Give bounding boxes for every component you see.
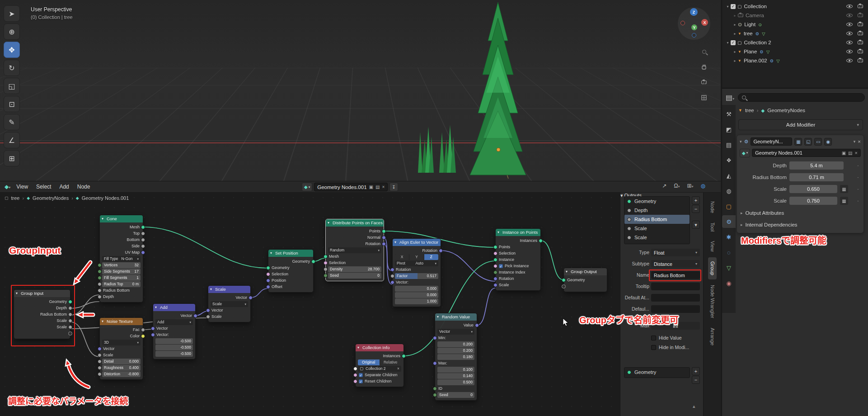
pan-hand-icon[interactable]: [699, 61, 709, 72]
outliner-row-tree[interactable]: ▸▼tree⚙▽: [722, 29, 868, 38]
remove-input-button[interactable]: −: [692, 205, 700, 213]
3d-dropdown[interactable]: 3D▾: [102, 340, 141, 345]
socket-l[interactable]: [98, 353, 102, 357]
search-input[interactable]: [738, 93, 865, 102]
outliner-row-light[interactable]: ▸⊙Light⊙: [722, 20, 868, 29]
copies-icon[interactable]: ▤: [848, 151, 852, 156]
socket-l[interactable]: [433, 361, 437, 365]
modifier-node-tree-field[interactable]: Geometry Nodes.001 ▣ ▤ ×: [752, 149, 861, 157]
socket-l[interactable]: [562, 284, 566, 288]
outliner-row-camera[interactable]: ▸Camera: [722, 11, 868, 20]
collapse-icon[interactable]: ▾: [102, 215, 103, 222]
socket-r[interactable]: [141, 244, 145, 248]
remove-output-button[interactable]: −: [692, 376, 700, 384]
pin-icon[interactable]: ↧: [389, 183, 398, 191]
socket-l[interactable]: [98, 347, 102, 351]
toggle-ortho-icon[interactable]: [699, 92, 709, 103]
outliner-row-plane-002[interactable]: ▸▼Plane.002⚙▽: [722, 56, 868, 65]
disable-render-icon[interactable]: [856, 2, 865, 11]
camera-view-icon[interactable]: [699, 77, 709, 88]
parent-node-icon[interactable]: ↗: [660, 183, 668, 189]
collapse-icon[interactable]: ▾: [394, 239, 396, 246]
socket-r[interactable]: [68, 319, 72, 323]
socket-l[interactable]: [98, 288, 102, 293]
group-input-item-geometry[interactable]: Geometry: [624, 197, 690, 206]
properties-tab-material[interactable]: ◉: [722, 277, 736, 289]
unlink-icon[interactable]: ×: [382, 184, 385, 189]
socket-r[interactable]: [141, 334, 145, 338]
outliner-row-collection[interactable]: ▾✓▢Collection: [722, 2, 868, 11]
group-input-item-radius-bottom[interactable]: Radius Bottom: [624, 215, 690, 224]
socket-l[interactable]: [353, 373, 357, 377]
snap-magnet-icon[interactable]: Ω▾: [672, 183, 681, 189]
sidebar-tab-group[interactable]: Group: [708, 257, 717, 279]
max-field[interactable]: inf: [651, 322, 700, 330]
hide-viewport-icon[interactable]: [845, 20, 854, 29]
socket-r[interactable]: [402, 354, 406, 358]
socket-l[interactable]: [151, 326, 155, 331]
zoom-icon[interactable]: [699, 46, 709, 57]
tool-select-box-button[interactable]: ➤: [4, 5, 20, 22]
socket-l[interactable]: [98, 269, 102, 274]
radius-top-field[interactable]: Radius Top0 m: [102, 281, 141, 287]
hide-viewport-icon[interactable]: [845, 47, 854, 56]
collapse-icon[interactable]: ▾: [102, 318, 103, 325]
hide-viewport-icon[interactable]: [845, 56, 854, 65]
roughness-field[interactable]: Roughness0.400: [102, 365, 141, 371]
default-attribute-field[interactable]: [651, 294, 700, 302]
collection-checkbox[interactable]: ✓: [731, 4, 736, 9]
hide-in-modifier-checkbox[interactable]: Hide in Modi...: [651, 345, 689, 350]
render-toggle-icon[interactable]: ▭: [814, 138, 822, 146]
collapse-icon[interactable]: ▾: [155, 304, 157, 311]
vector-component-field[interactable]: -0.500: [155, 338, 193, 344]
socket-l[interactable]: [324, 255, 328, 259]
socket-r[interactable]: [382, 242, 386, 246]
sidebar-tab-node-wrangler[interactable]: Node Wrangler: [708, 281, 717, 322]
overlays-toggle-icon[interactable]: ◍: [699, 183, 707, 189]
vector-component-field[interactable]: 0.100: [437, 367, 474, 373]
expand-icon[interactable]: ▸: [732, 23, 738, 27]
collapse-icon[interactable]: ▾: [328, 219, 329, 227]
disable-render-icon[interactable]: [856, 38, 865, 47]
tool-rotate-button[interactable]: ↻: [4, 60, 20, 76]
gizmo-x-negative[interactable]: [680, 21, 685, 25]
depth-value-field[interactable]: 5.4 m: [789, 161, 844, 170]
checkbox[interactable]: ✓: [359, 373, 363, 377]
properties-tab-particles[interactable]: ✱: [722, 231, 736, 243]
socket-r[interactable]: [68, 325, 72, 329]
tool-transform-button[interactable]: ⊡: [4, 96, 20, 112]
vector-component-field[interactable]: 0.140: [437, 373, 474, 379]
socket-l[interactable]: [433, 387, 437, 391]
vector-component-field[interactable]: 0.500: [437, 379, 474, 385]
tool-cursor-button[interactable]: ⊕: [4, 24, 20, 40]
socket-l[interactable]: [266, 285, 270, 289]
collection-field[interactable]: ▢Collection 2×: [358, 366, 401, 372]
socket-l[interactable]: [493, 270, 497, 274]
socket-l[interactable]: [353, 379, 357, 383]
side-segments-field[interactable]: Side Segments17: [102, 269, 141, 274]
disable-render-icon[interactable]: [856, 20, 865, 29]
animate-dot[interactable]: ·: [855, 173, 861, 181]
socket-l[interactable]: [151, 333, 155, 337]
hide-viewport-icon[interactable]: [845, 38, 854, 47]
vector-component-field[interactable]: -0.500: [155, 351, 193, 357]
node-instance-on-points[interactable]: ▾Instance on PointsInstancesPointsSelect…: [495, 228, 541, 291]
socket-l[interactable]: [353, 367, 357, 371]
collapse-icon[interactable]: ▾: [566, 268, 568, 275]
socket-l[interactable]: [98, 282, 102, 286]
node-tree-name-field[interactable]: Geometry Nodes.001 ▣ ▤ ×: [314, 183, 388, 191]
attribute-toggle-icon[interactable]: ▦: [840, 185, 848, 193]
gizmo-y-axis[interactable]: Y: [691, 24, 697, 30]
collection-checkbox[interactable]: ✓: [731, 40, 736, 45]
socket-l[interactable]: [493, 251, 497, 255]
menu-add[interactable]: Add: [55, 182, 73, 191]
collapse-icon[interactable]: ▾: [270, 250, 272, 257]
menu-node[interactable]: Node: [73, 182, 94, 191]
outliner-row-collection-2[interactable]: ▾✓▢Collection 2: [722, 38, 868, 47]
scale-value-field[interactable]: 0.650: [789, 185, 837, 193]
socket-l[interactable]: [206, 308, 210, 312]
expand-icon[interactable]: ▾: [725, 5, 731, 9]
scale-dropdown[interactable]: Scale▾: [211, 301, 248, 307]
random-dropdown[interactable]: Random▾: [328, 247, 381, 253]
gizmo-z-negative[interactable]: [692, 33, 696, 38]
